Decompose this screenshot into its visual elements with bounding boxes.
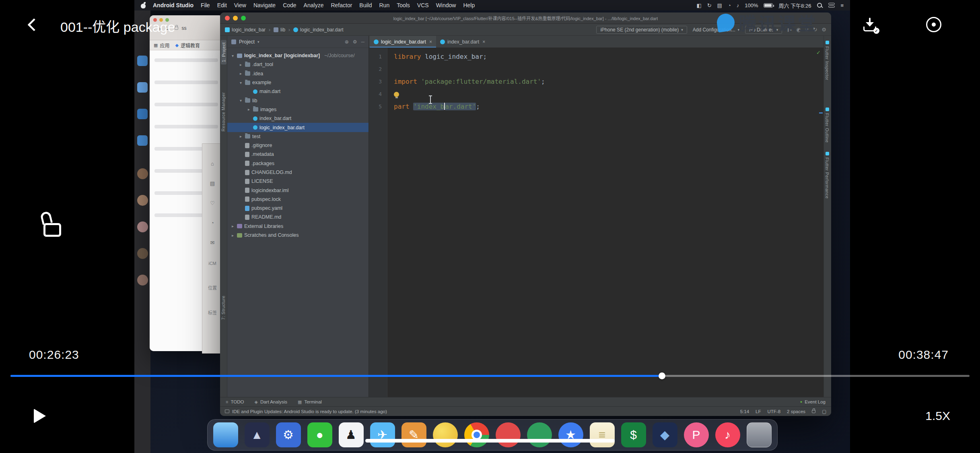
dock-icon-trash[interactable]: [747, 422, 772, 447]
tree-item[interactable]: pubspec.yaml: [227, 204, 369, 213]
wechat-contact-avatar[interactable]: [137, 195, 148, 206]
menubar-item-run[interactable]: Run: [379, 2, 389, 8]
tree-item[interactable]: ▸test: [227, 132, 369, 141]
sidebar-icon[interactable]: ▤: [210, 180, 215, 186]
dock-icon-qq[interactable]: ♟: [339, 422, 364, 447]
tab-close-icon[interactable]: ×: [482, 39, 485, 45]
tool-window-button[interactable]: ◈Dart Analysis: [254, 399, 287, 405]
breadcrumb-item[interactable]: lib: [274, 27, 285, 33]
tree-item[interactable]: README.md: [227, 213, 369, 221]
settings-icon[interactable]: ⚙: [821, 27, 826, 33]
zoom-window-button[interactable]: [241, 16, 246, 21]
tree-item[interactable]: logicindexbar.iml: [227, 186, 369, 194]
volume-icon[interactable]: ♪: [737, 2, 739, 8]
menubar-item-build[interactable]: Build: [359, 2, 372, 8]
tab-close-icon[interactable]: ×: [429, 39, 432, 45]
sidebar-icon[interactable]: ♡: [210, 200, 215, 206]
editor-gutter[interactable]: 12345: [369, 48, 387, 397]
breadcrumb-item[interactable]: logic_index_bar.dart: [293, 27, 343, 33]
menubar-item-vcs[interactable]: VCS: [417, 2, 429, 8]
menubar-item-navigate[interactable]: Navigate: [253, 2, 276, 8]
record-button[interactable]: [925, 16, 942, 33]
tree-item[interactable]: ▸images: [227, 105, 369, 114]
tree-item[interactable]: ▾example: [227, 78, 369, 87]
tree-toggle-icon[interactable]: ▸: [239, 62, 243, 67]
line-separator[interactable]: LF: [756, 409, 761, 414]
dock-icon-orange-design[interactable]: ✎: [401, 422, 426, 447]
menubar-item-view[interactable]: View: [234, 2, 246, 8]
progress-handle[interactable]: [659, 372, 665, 379]
tree-toggle-icon[interactable]: ▸: [231, 233, 235, 238]
bookmark-item[interactable]: ◆逻辑教育: [175, 42, 200, 49]
breadcrumb-item[interactable]: logic_index_bar: [225, 27, 266, 33]
menu-list-icon[interactable]: ≡: [840, 2, 844, 8]
color-profile-icon[interactable]: ◧: [696, 2, 701, 8]
status-message[interactable]: IDE and Plugin Updates: Android Studio i…: [232, 409, 387, 414]
menubar-item-edit[interactable]: Edit: [217, 2, 227, 8]
tree-toggle-icon[interactable]: ▸: [231, 224, 235, 228]
playback-speed-button[interactable]: 1.5X: [925, 409, 950, 423]
write-lock-icon[interactable]: [812, 410, 815, 413]
wechat-avatar[interactable]: [137, 109, 148, 119]
tree-item[interactable]: index_bar.dart: [227, 114, 369, 123]
menubar-item-window[interactable]: Window: [436, 2, 456, 8]
dock-icon-blue-star[interactable]: ★: [558, 422, 583, 447]
screen-lock-button[interactable]: [40, 212, 64, 238]
apple-menu-icon[interactable]: [141, 2, 146, 8]
dock-icon-music[interactable]: ♪: [715, 422, 740, 447]
tree-item[interactable]: .packages: [227, 159, 369, 168]
wechat-contact-avatar[interactable]: [137, 221, 148, 232]
sidebar-icon[interactable]: ⌂: [211, 161, 214, 167]
event-log-button[interactable]: ● Event Log: [800, 399, 826, 404]
input-source-icon[interactable]: ▤: [717, 2, 722, 8]
layout-icon[interactable]: ▢: [822, 409, 826, 414]
code-editor[interactable]: 12345 library logic_index_bar;import 'pa…: [369, 48, 824, 397]
tool-window-button[interactable]: Flutter Inspector: [825, 41, 830, 80]
dock-icon-red-media[interactable]: [496, 422, 521, 447]
file-encoding[interactable]: UTF-8: [768, 409, 781, 414]
dock-icon-yellow-ball[interactable]: [433, 422, 458, 447]
menubar-clock[interactable]: 周六 下午8:26: [778, 2, 811, 9]
menubar-item-help[interactable]: Help: [463, 2, 475, 8]
tree-toggle-icon[interactable]: ▸: [239, 134, 243, 139]
dock-icon-launchpad[interactable]: ▲: [245, 422, 270, 447]
home-indicator[interactable]: [365, 439, 615, 443]
menubar-item-tools[interactable]: Tools: [397, 2, 410, 8]
dock-icon-finder[interactable]: [213, 422, 238, 447]
tree-item[interactable]: LICENSE: [227, 177, 369, 186]
time-machine-icon[interactable]: ◔: [728, 2, 731, 8]
tree-toggle-icon[interactable]: ▾: [239, 98, 243, 103]
hide-panel-icon[interactable]: ─: [361, 39, 364, 45]
tree-item[interactable]: main.dart: [227, 87, 369, 96]
wechat-avatar[interactable]: [137, 82, 148, 93]
wechat-avatar[interactable]: [137, 56, 148, 66]
tree-toggle-icon[interactable]: ▾: [231, 54, 235, 58]
spotlight-search-icon[interactable]: [817, 2, 823, 8]
tree-item[interactable]: ▾logic_index_bar [logicindexbar]~/Job/co…: [227, 51, 369, 60]
tool-window-button[interactable]: Flutter Outline: [825, 108, 830, 143]
tool-window-button[interactable]: 1: Project: [221, 40, 226, 64]
tree-item[interactable]: ▸.dart_tool: [227, 60, 369, 69]
tree-item[interactable]: .gitignore: [227, 141, 369, 150]
sync-icon[interactable]: ↻: [707, 2, 712, 8]
dock-icon-developer-tools[interactable]: ⚙: [276, 422, 301, 447]
tree-item[interactable]: ▸.idea: [227, 69, 369, 78]
sidebar-icon[interactable]: ◔: [211, 220, 214, 226]
tool-window-button[interactable]: ≡TODO: [226, 399, 244, 405]
tool-window-button[interactable]: Flutter Performance: [825, 152, 830, 199]
intention-bulb-icon[interactable]: [394, 92, 399, 97]
menubar-item-code[interactable]: Code: [283, 2, 296, 8]
tree-toggle-icon[interactable]: ▸: [239, 71, 243, 76]
indent-size[interactable]: 2 spaces: [787, 409, 805, 414]
sidebar-icon[interactable]: ✉: [210, 240, 215, 246]
dock-icon-blue-bird[interactable]: ✈: [370, 422, 395, 447]
locate-file-icon[interactable]: ⊕: [345, 39, 349, 45]
menubar-item-file[interactable]: File: [201, 2, 210, 8]
download-button[interactable]: ✓: [861, 16, 879, 34]
tree-item[interactable]: ▸External Libraries: [227, 222, 369, 231]
tree-item[interactable]: ▾lib: [227, 96, 369, 105]
wechat-contact-avatar[interactable]: [137, 275, 148, 285]
dock-icon-chrome[interactable]: [464, 422, 489, 447]
back-button[interactable]: [26, 19, 38, 31]
menubar-item-refactor[interactable]: Refactor: [331, 2, 352, 8]
